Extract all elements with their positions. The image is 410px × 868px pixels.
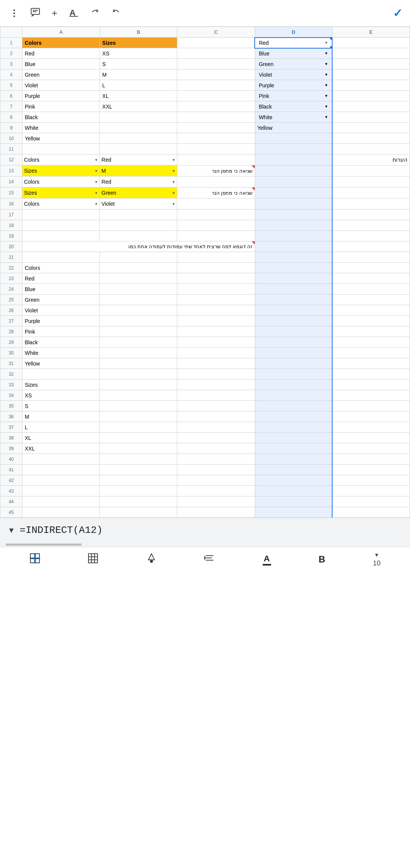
cell-d13[interactable]: [255, 165, 332, 176]
cell-b5[interactable]: L: [100, 80, 177, 91]
cell-c4[interactable]: [177, 69, 255, 80]
cell-e11[interactable]: [332, 144, 410, 154]
cell-e15[interactable]: [332, 187, 410, 198]
cell-c13[interactable]: שגיאה כי מחסן הנר: [177, 165, 255, 176]
cell-a1[interactable]: Colors: [22, 38, 100, 48]
cell-d1[interactable]: Red ▼: [255, 38, 332, 48]
cell-b6[interactable]: XL: [100, 91, 177, 101]
horizontal-scrollbar[interactable]: [0, 542, 410, 547]
cell-a14[interactable]: Colors ▼: [22, 176, 100, 187]
cell-a9[interactable]: White: [22, 123, 100, 133]
cell-a10[interactable]: Yellow: [22, 133, 100, 144]
checkmark-button[interactable]: ✓: [393, 6, 402, 20]
more-options-button[interactable]: ⋮: [8, 6, 21, 20]
cell-d20[interactable]: [255, 241, 332, 252]
cell-b12[interactable]: Red ▼: [100, 154, 177, 165]
comment-button[interactable]: [28, 5, 42, 21]
cell-b3[interactable]: S: [100, 59, 177, 69]
cell-d14[interactable]: [255, 176, 332, 187]
col-header-a[interactable]: A: [22, 27, 100, 38]
col-header-e[interactable]: E: [332, 27, 410, 38]
col-header-d[interactable]: D: [255, 27, 332, 38]
cell-e3[interactable]: [332, 59, 410, 69]
cell-d3[interactable]: Green ▼: [255, 59, 332, 69]
cell-d15[interactable]: [255, 187, 332, 198]
cell-e5[interactable]: [332, 80, 410, 91]
cell-b15[interactable]: Green ▼: [100, 187, 177, 198]
col-header-b[interactable]: B: [100, 27, 177, 38]
cell-c6[interactable]: [177, 91, 255, 101]
cell-e6[interactable]: [332, 91, 410, 101]
cell-b4[interactable]: M: [100, 69, 177, 80]
fill-color-button[interactable]: [142, 551, 161, 568]
freeze-button[interactable]: [26, 551, 44, 568]
cell-e16[interactable]: [332, 198, 410, 210]
cell-d12[interactable]: [255, 154, 332, 165]
cell-a13[interactable]: Sizes ▼: [22, 165, 100, 176]
text-color-button[interactable]: A: [259, 552, 275, 567]
cell-e7[interactable]: [332, 101, 410, 112]
cell-e14[interactable]: [332, 176, 410, 187]
cell-c5[interactable]: [177, 80, 255, 91]
cell-c16[interactable]: [177, 198, 255, 210]
format-button[interactable]: A: [67, 5, 80, 21]
cell-a11[interactable]: [22, 144, 100, 154]
cell-a4[interactable]: Green: [22, 69, 100, 80]
cell-b10[interactable]: [100, 133, 177, 144]
cell-e9[interactable]: [332, 123, 410, 133]
formula-collapse-arrow[interactable]: ▼: [8, 526, 15, 535]
cell-a2[interactable]: Red: [22, 48, 100, 59]
cell-d2[interactable]: Blue ▼: [255, 48, 332, 59]
cell-d11[interactable]: [255, 144, 332, 154]
cell-d8[interactable]: White ▼: [255, 112, 332, 123]
cell-a15[interactable]: Sizes ▼: [22, 187, 100, 198]
font-size-button[interactable]: ▼ 10: [369, 550, 384, 569]
undo-button[interactable]: [109, 5, 123, 21]
cell-c15[interactable]: שגיאה כי מחסן הנר: [177, 187, 255, 198]
bold-button[interactable]: B: [315, 552, 329, 567]
cell-c7[interactable]: [177, 101, 255, 112]
cell-b2[interactable]: XS: [100, 48, 177, 59]
cell-e13[interactable]: [332, 165, 410, 176]
cell-d5[interactable]: Purple ▼: [255, 80, 332, 91]
cell-e20[interactable]: [332, 241, 410, 252]
cell-a3[interactable]: Blue: [22, 59, 100, 69]
col-header-c[interactable]: C: [177, 27, 255, 38]
cell-a8[interactable]: Black: [22, 112, 100, 123]
cell-c10[interactable]: [177, 133, 255, 144]
align-button[interactable]: [200, 551, 219, 568]
cell-d6[interactable]: Pink ▼: [255, 91, 332, 101]
cell-b8[interactable]: [100, 112, 177, 123]
cell-c9[interactable]: [177, 123, 255, 133]
cell-a6[interactable]: Purple: [22, 91, 100, 101]
redo-button[interactable]: [88, 5, 102, 21]
cell-d7[interactable]: Black ▼: [255, 101, 332, 112]
cell-c1[interactable]: [177, 38, 255, 48]
cell-b9[interactable]: [100, 123, 177, 133]
cell-c8[interactable]: [177, 112, 255, 123]
cell-c14[interactable]: [177, 176, 255, 187]
add-button[interactable]: +: [50, 5, 59, 21]
cell-a20[interactable]: זה דוגמא למה שרצית לאחד שתי עמודות לעמוד…: [22, 241, 255, 252]
cell-b14[interactable]: Red ▼: [100, 176, 177, 187]
cell-b11[interactable]: [100, 144, 177, 154]
cell-d4[interactable]: Violet ▼: [255, 69, 332, 80]
cell-a16[interactable]: Colors ▼: [22, 198, 100, 210]
cell-d10[interactable]: [255, 133, 332, 144]
formula-content[interactable]: =INDIRECT(A12): [20, 525, 102, 536]
cell-e4[interactable]: [332, 69, 410, 80]
cell-e8[interactable]: [332, 112, 410, 123]
cell-c2[interactable]: [177, 48, 255, 59]
cell-b1[interactable]: Sizes: [100, 38, 177, 48]
cell-b16[interactable]: Violet ▼: [100, 198, 177, 210]
cell-a12[interactable]: Colors ▼: [22, 154, 100, 165]
cell-a22[interactable]: Colors: [22, 263, 100, 273]
cell-c11[interactable]: [177, 144, 255, 154]
cell-b13[interactable]: M ▼: [100, 165, 177, 176]
cell-c3[interactable]: [177, 59, 255, 69]
cell-e10[interactable]: [332, 133, 410, 144]
cell-d16[interactable]: [255, 198, 332, 210]
cell-e12[interactable]: הערות: [332, 154, 410, 165]
cell-a7[interactable]: Pink: [22, 101, 100, 112]
scroll-thumb[interactable]: [6, 543, 82, 546]
